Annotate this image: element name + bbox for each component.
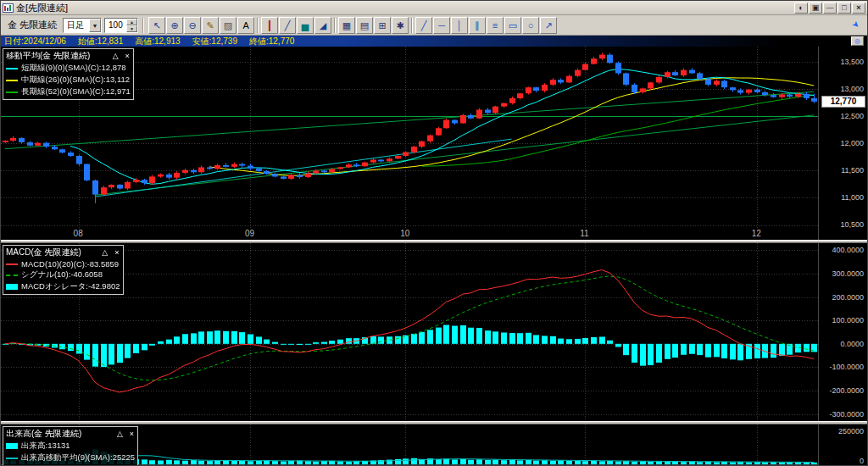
y-axis-label: 12,000 [840,139,864,147]
legend-collapse-icon[interactable]: △ [112,52,120,60]
legend-close-icon[interactable]: × [129,430,135,438]
volume-label: 出来高:13131 [21,441,70,452]
bar-count-value: 100 [108,20,123,30]
window-controls: ◐▣—□× [793,3,865,14]
close-button[interactable]: × [852,3,865,14]
area-chart-icon[interactable]: ◢ [314,17,331,34]
spinner-down-button[interactable]: ▼ [126,25,137,32]
x-axis-label: 11 [580,229,588,238]
legend-collapse-icon[interactable]: △ [101,248,108,257]
macd-axis: 400.0000300.0000200.0000100.00000.0000-1… [818,243,867,421]
macd-legend: MACD(金 先限連続) △ × MACD(10)(20)(C):-83.585… [3,245,124,295]
fibonacci-tool-icon[interactable]: ≡ [487,17,504,34]
trendline-tool-icon[interactable]: ╱ [415,17,432,34]
timeframe-select[interactable]: 日足 ▼ [63,18,102,33]
candlestick-chart-icon[interactable]: ┃ [261,17,278,34]
pencil-tool-icon[interactable]: ✎ [202,17,219,34]
rectangle-tool-icon[interactable]: ▭ [504,17,521,34]
spinner-up-button[interactable]: ▲ [126,19,137,25]
y-axis-label: -100.0000 [829,363,864,371]
x-axis-label: 10 [400,229,409,238]
y-axis-label: 13,500 [840,58,864,66]
volume-legend-title: 出来高(金 先限連続) [6,428,81,440]
ma-legend: 移動平均(金 先限連続) △ × 短期線(9)(0)(SMA)(C):12,87… [3,48,134,100]
volume-legend: 出来高(金 先限連続) △ × 出来高:13131 出来高移動平均(9)(SMA… [3,426,138,466]
magnifier-icon[interactable]: ◎ [851,36,864,46]
macd-line-marker [6,264,18,265]
y-axis-label: 11,500 [841,166,864,175]
ma-mid-marker [6,80,18,81]
volume-axis: 2500000 [818,424,867,465]
y-axis-label: 400.0000 [832,246,864,254]
theme-button[interactable]: ◐ [794,3,808,14]
chevron-down-icon[interactable]: ▼ [89,19,101,32]
horizontal-line-tool-icon[interactable]: ─ [433,17,450,34]
legend-row: MACD(10)(20)(C):-83.5859 [6,259,120,269]
x-axis-label: 12 [752,229,761,238]
current-price-tag: 12,770 [821,96,865,108]
y-axis-label: -300.0000 [829,410,864,419]
title-bar: 金[先限連続] ◐▣—□× [1,1,867,15]
y-axis-label: 0 [860,457,864,465]
macd-chart-canvas[interactable] [1,243,818,421]
settings-icon[interactable]: ✱ [392,17,409,34]
minimize-button[interactable]: — [823,3,837,14]
quote-close: 終値:12,770 [249,36,294,47]
toolbar-separator [334,18,336,33]
toolbar-separator [257,18,259,33]
legend-close-icon[interactable]: × [114,248,120,257]
legend-row: シグナル(10):-40.6058 [6,269,120,280]
timeframe-value: 日足 [67,19,84,31]
macd-legend-title: MACD(金 先限連続) [6,247,81,258]
quote-low: 安値:12,739 [192,36,237,47]
ma-long-label: 長期線(52)(0)(SMA)(C):12,971 [21,86,131,97]
y-axis-label: 11,000 [841,193,864,202]
table-view-icon[interactable]: ▤ [356,17,373,34]
macd-line-label: MACD(10)(20)(C):-83.5859 [21,259,119,269]
copy-window-button[interactable]: ▣ [809,3,822,14]
window-title: 金[先限連続] [16,2,68,14]
instrument-label: 金 先限連続 [4,19,60,31]
chart-region: 移動平均(金 先限連続) △ × 短期線(9)(0)(SMA)(C):12,87… [1,47,867,465]
grid-toggle-icon[interactable]: ▦ [338,17,355,34]
signal-line-marker [6,275,18,276]
ma-legend-title: 移動平均(金 先限連続) [6,50,90,62]
quote-info-bar: 日付:2024/12/06 始値:12,831 高値:12,913 安値:12,… [1,36,867,47]
bar-count-spinner[interactable]: 100 ▲ ▼ [104,18,138,33]
legend-row: 短期線(9)(0)(SMA)(C):12,878 [6,63,131,74]
y-axis-label: 13,000 [840,85,864,93]
maximize-button[interactable]: □ [837,3,851,14]
ma-mid-label: 中期線(26)(0)(SMA)(C):13,112 [21,75,130,86]
y-axis-label: 200.0000 [832,293,864,302]
vertical-line-tool-icon[interactable]: │ [451,17,468,34]
parallel-lines-tool-icon[interactable]: ∥ [469,17,486,34]
ma-long-marker [6,92,18,93]
text-tool-icon[interactable]: A [237,17,254,34]
ma-short-marker [6,68,18,69]
zoom-out-tool-icon[interactable]: ⊖ [184,17,201,34]
quote-open: 始値:12,831 [78,36,123,47]
line-chart-icon[interactable]: ╱ [279,17,296,34]
zoom-in-tool-icon[interactable]: ⊕ [166,17,183,34]
toolbar: 金 先限連続 日足 ▼ 100 ▲ ▼ ↖⊕⊖✎▨A┃╱▅◢▦▤⊞✱╱─│∥≡▭… [1,15,867,36]
pin-icon[interactable]: ➤ [843,13,867,36]
legend-collapse-icon[interactable]: △ [116,430,124,438]
toolbar-separator [411,18,413,33]
volume-ma-marker [6,458,18,459]
y-axis-label: 250000 [838,427,864,435]
bar-chart-icon[interactable]: ▅ [297,17,314,34]
legend-row: 出来高:13131 [6,441,135,452]
legend-close-icon[interactable]: × [125,52,131,60]
macd-osc-label: MACDオシレータ:-42.9802 [21,281,120,292]
quote-high: 高値:12,913 [135,36,180,47]
cursor-tool-icon[interactable]: ↖ [148,17,165,34]
y-axis-label: 12,500 [840,112,864,120]
ellipse-tool-icon[interactable]: ○ [522,17,539,34]
calendar-view-icon[interactable]: ⊞ [374,17,391,34]
legend-row: 中期線(26)(0)(SMA)(C):13,112 [6,75,131,86]
arrow-tool-icon[interactable]: ↗ [540,17,557,34]
app-window: 金[先限連続] ◐▣—□× 金 先限連続 日足 ▼ 100 ▲ ▼ ↖⊕⊖✎▨A… [0,0,868,466]
eraser-tool-icon[interactable]: ▨ [220,17,236,34]
y-axis-label: -200.0000 [829,386,864,395]
legend-row: 長期線(52)(0)(SMA)(C):12,971 [6,86,131,97]
